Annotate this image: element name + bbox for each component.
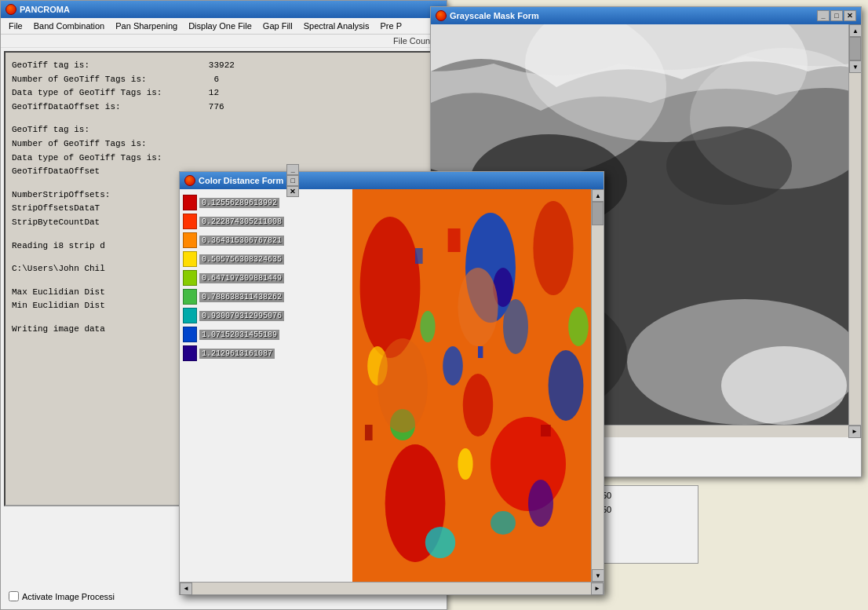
legend-color-7	[183, 327, 197, 342]
color-distance-title-bar: Color Distance Form _ □ ✕	[180, 172, 604, 189]
menu-pre-p[interactable]: Pre P	[376, 20, 407, 32]
svg-rect-33	[541, 425, 551, 436]
svg-rect-32	[365, 425, 373, 440]
legend-item-4: 0.647197309881449	[183, 269, 349, 287]
svg-point-22	[528, 480, 553, 527]
legend-label-8: 1.2129613161087	[199, 349, 275, 359]
cd-scrollbar-thumb[interactable]	[592, 202, 604, 225]
svg-point-24	[568, 307, 589, 346]
scrollbar-thumb[interactable]	[849, 37, 861, 60]
legend-label-0: 0.12556289613992	[199, 198, 279, 208]
legend-color-5	[183, 289, 197, 305]
svg-point-29	[491, 511, 516, 535]
legend-item-1: 0.222874305211008	[183, 213, 349, 230]
legend-item-8: 1.2129613161087	[183, 345, 349, 362]
svg-point-12	[360, 217, 421, 358]
legend-item-0: 0.12556289613992	[183, 194, 349, 211]
legend-color-1	[183, 214, 197, 229]
window-controls: _ □ ✕	[817, 10, 856, 21]
legend-color-2	[183, 232, 197, 248]
content-line-3: GeoTiffDataOffset is: 776	[12, 100, 436, 115]
menu-bar: File Band Combination Pan Sharpening Dis…	[1, 18, 447, 35]
color-distance-app-icon	[184, 175, 195, 186]
legend-item-6: 0.930079312995076	[183, 307, 349, 324]
value1: 50	[602, 491, 693, 500]
scroll-down-arrow[interactable]: ▼	[849, 60, 861, 73]
svg-point-16	[463, 374, 493, 436]
checkbox-bar: Activate Image Processi	[9, 591, 115, 601]
scroll-up-arrow[interactable]: ▲	[849, 24, 861, 37]
legend-item-3: 0.505756308324635	[183, 250, 349, 268]
activate-checkbox[interactable]	[9, 591, 19, 601]
legend-color-8	[183, 345, 197, 361]
main-title-bar: PANCROMA	[1, 1, 447, 18]
value2: 50	[602, 505, 693, 514]
menu-file[interactable]: File	[4, 20, 27, 32]
svg-point-5	[666, 126, 792, 205]
grayscale-window-title: Grayscale Mask Form	[450, 11, 539, 20]
content-line-5: GeoTiff tag is:	[12, 123, 436, 137]
color-legend: 0.12556289613992 0.222874305211008 0.364…	[180, 189, 352, 582]
legend-label-7: 1.07152031455189	[199, 330, 279, 340]
svg-point-20	[549, 350, 584, 421]
cd-scrollbar-v[interactable]: ▲ ▼	[591, 189, 604, 582]
menu-pan-sharpening[interactable]: Pan Sharpening	[111, 20, 182, 32]
cd-scroll-down[interactable]: ▼	[592, 569, 604, 582]
legend-item-7: 1.07152031455189	[183, 326, 349, 343]
svg-point-31	[377, 338, 428, 433]
close-button[interactable]: ✕	[844, 10, 856, 21]
svg-rect-35	[478, 346, 483, 358]
legend-label-1: 0.222874305211008	[199, 217, 284, 227]
svg-point-14	[491, 417, 566, 511]
color-distance-content: 0.12556289613992 0.222874305211008 0.364…	[180, 189, 604, 582]
maximize-button[interactable]: □	[830, 10, 843, 21]
color-distance-window: Color Distance Form _ □ ✕ 0.125562896139…	[179, 171, 604, 595]
menu-gap-fill[interactable]: Gap Fill	[258, 20, 297, 32]
scroll-right-arrow[interactable]: ►	[848, 426, 861, 438]
svg-point-19	[443, 346, 463, 385]
menu-spectral-analysis[interactable]: Spectral Analysis	[299, 20, 374, 32]
cd-minimize-button[interactable]: _	[286, 164, 299, 175]
legend-color-0	[183, 195, 197, 210]
svg-point-18	[503, 299, 528, 354]
svg-rect-36	[415, 248, 423, 264]
menu-band-combination[interactable]: Band Combination	[29, 20, 110, 32]
legend-label-2: 0.364315306767821	[199, 236, 284, 246]
checkbox-label: Activate Image Processi	[22, 592, 115, 601]
content-line-0: GeoTiff tag is: 33922	[12, 59, 436, 73]
cd-scroll-left[interactable]: ◄	[180, 583, 192, 595]
scrollbar-track[interactable]	[849, 37, 861, 60]
svg-rect-34	[448, 228, 461, 252]
legend-label-4: 0.647197309881449	[199, 273, 284, 283]
svg-point-30	[458, 268, 498, 346]
svg-point-13	[533, 201, 573, 295]
file-counter-bar: File Counter	[1, 35, 447, 48]
color-distance-window-title: Color Distance Form	[199, 176, 283, 185]
cd-maximize-button[interactable]: □	[286, 175, 299, 186]
grayscale-title-bar: Grayscale Mask Form _ □ ✕	[431, 7, 861, 24]
svg-point-23	[420, 311, 435, 342]
legend-item-2: 0.364315306767821	[183, 232, 349, 249]
menu-display-one-file[interactable]: Display One File	[184, 20, 257, 32]
legend-label-5: 0.788638311438262	[199, 292, 284, 302]
cd-scroll-up[interactable]: ▲	[592, 189, 604, 202]
svg-point-28	[425, 527, 455, 558]
content-line-6: Number of GeoTiff Tags is:	[12, 137, 436, 152]
legend-item-5: 0.788638311438262	[183, 288, 349, 305]
app-icon	[5, 4, 16, 15]
legend-label-3: 0.505756308324635	[199, 254, 284, 265]
color-distance-image: ▲ ▼	[352, 189, 604, 582]
color-map-svg	[352, 189, 604, 582]
small-panel: 50 50	[596, 485, 698, 564]
cd-scroll-right[interactable]: ►	[591, 583, 604, 595]
legend-color-6	[183, 308, 197, 323]
cd-scrollbar-track[interactable]	[592, 202, 604, 569]
minimize-button[interactable]: _	[817, 10, 830, 21]
svg-point-7	[721, 346, 847, 425]
legend-color-4	[183, 270, 197, 286]
content-line-7: Data type of GeoTiff Tags is:	[12, 152, 436, 166]
cd-scrollbar-h[interactable]: ◄ ►	[180, 582, 604, 594]
grayscale-scrollbar-v[interactable]: ▲ ▼	[848, 24, 861, 425]
content-line-1: Number of GeoTiff Tags is: 6	[12, 73, 436, 87]
legend-label-6: 0.930079312995076	[199, 311, 284, 321]
